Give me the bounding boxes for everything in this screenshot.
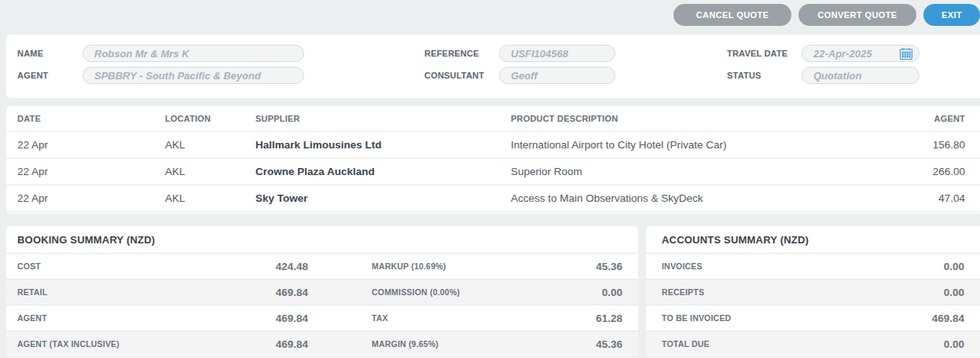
- table-row[interactable]: 22 Apr AKL Sky Tower Access to Main Obse…: [6, 185, 980, 212]
- booking-summary-row: AGENT (TAX INCLUSIVE) 469.84 MARGIN (9.6…: [6, 331, 638, 357]
- travel-date-field[interactable]: 22-Apr-2025: [802, 45, 919, 62]
- reference-value: USFI104568: [511, 48, 568, 60]
- booking-summary-header: BOOKING SUMMARY (NZD): [6, 226, 638, 254]
- table-row[interactable]: 22 Apr AKL Hallmark Limousines Ltd Inter…: [6, 132, 980, 159]
- col-header-location: LOCATION: [165, 114, 255, 123]
- status-label: STATUS: [727, 71, 802, 80]
- itinerary-table: DATE LOCATION SUPPLIER PRODUCT DESCRIPTI…: [6, 106, 980, 214]
- name-field[interactable]: Robson Mr & Mrs K: [83, 45, 304, 62]
- travel-date-label: TRAVEL DATE: [727, 49, 802, 58]
- reference-label: REFERENCE: [424, 49, 499, 58]
- accounts-summary-row: RECEIPTS 0.00: [646, 279, 980, 305]
- booking-summary-title: BOOKING SUMMARY (NZD): [17, 234, 155, 246]
- tax-label: TAX: [308, 313, 505, 323]
- row-date: 22 Apr: [17, 139, 165, 151]
- markup-label: MARKUP (10.69%): [308, 261, 505, 271]
- accounts-summary-row: INVOICES 0.00: [646, 254, 980, 279]
- travel-date-value: 22-Apr-2025: [813, 48, 872, 60]
- row-supplier: Hallmark Limousines Ltd: [255, 139, 511, 151]
- consultant-field[interactable]: Geoff: [499, 67, 615, 84]
- name-value: Robson Mr & Mrs K: [94, 48, 189, 60]
- row-description: International Airport to City Hotel (Pri…: [511, 139, 872, 151]
- to-be-invoiced-value: 469.84: [846, 312, 964, 324]
- retail-label: RETAIL: [17, 287, 198, 297]
- reference-field[interactable]: USFI104568: [499, 45, 615, 62]
- name-label: NAME: [17, 49, 83, 58]
- status-value: Quotation: [813, 70, 861, 82]
- exit-button[interactable]: EXIT: [923, 4, 980, 26]
- accounts-summary-row: TOTAL DUE 0.00: [646, 331, 980, 357]
- row-agent-amount: 266.00: [872, 166, 965, 177]
- col-header-date: DATE: [17, 114, 165, 123]
- row-description: Access to Main Observations & SkyDeck: [511, 192, 872, 204]
- agent-field[interactable]: SPBBRY - South Pacific & Beyond: [83, 67, 304, 84]
- toolbar: CANCEL QUOTE CONVERT QUOTE EXIT: [674, 4, 980, 26]
- booking-summary-row: AGENT 469.84 TAX 61.28: [6, 305, 638, 331]
- consultant-label: CONSULTANT: [424, 71, 499, 80]
- cost-label: COST: [17, 261, 198, 271]
- booking-summary-row: COST 424.48 MARKUP (10.69%) 45.36: [6, 254, 638, 279]
- invoices-label: INVOICES: [662, 261, 846, 271]
- tax-value: 61.28: [505, 312, 622, 324]
- status-field[interactable]: Quotation: [802, 67, 919, 84]
- accounts-summary-panel: ACCOUNTS SUMMARY (NZD) INVOICES 0.00 REC…: [646, 226, 980, 358]
- table-header-row: DATE LOCATION SUPPLIER PRODUCT DESCRIPTI…: [6, 106, 980, 132]
- row-location: AKL: [165, 166, 255, 177]
- total-due-value: 0.00: [846, 338, 964, 350]
- agent-tax-inclusive-value: 469.84: [198, 338, 308, 350]
- row-location: AKL: [165, 139, 255, 151]
- consultant-value: Geoff: [511, 70, 538, 82]
- agent-tax-inclusive-label: AGENT (TAX INCLUSIVE): [17, 339, 198, 349]
- to-be-invoiced-label: TO BE INVOICED: [662, 313, 846, 323]
- invoices-value: 0.00: [846, 261, 964, 272]
- form-row-1: NAME Robson Mr & Mrs K REFERENCE USFI104…: [17, 45, 980, 62]
- receipts-label: RECEIPTS: [662, 287, 846, 297]
- row-supplier: Sky Tower: [255, 192, 511, 204]
- commission-value: 0.00: [505, 287, 622, 298]
- row-agent-amount: 47.04: [872, 192, 965, 204]
- cost-value: 424.48: [198, 261, 308, 272]
- row-description: Superior Room: [511, 166, 872, 177]
- convert-quote-button[interactable]: CONVERT QUOTE: [798, 4, 916, 26]
- receipts-value: 0.00: [846, 287, 964, 298]
- row-date: 22 Apr: [17, 192, 165, 204]
- margin-label: MARGIN (9.65%): [308, 339, 505, 349]
- booking-summary-panel: BOOKING SUMMARY (NZD) COST 424.48 MARKUP…: [6, 226, 638, 358]
- commission-label: COMMISSION (0.00%): [308, 287, 505, 297]
- retail-value: 469.84: [198, 287, 308, 298]
- calendar-icon[interactable]: [900, 48, 912, 60]
- agent-total-value: 469.84: [198, 312, 308, 324]
- accounts-summary-title: ACCOUNTS SUMMARY (NZD): [662, 234, 809, 246]
- accounts-summary-header: ACCOUNTS SUMMARY (NZD): [646, 226, 980, 254]
- row-location: AKL: [165, 192, 255, 204]
- total-due-label: TOTAL DUE: [662, 339, 846, 349]
- booking-summary-row: RETAIL 469.84 COMMISSION (0.00%) 0.00: [6, 279, 638, 305]
- table-row[interactable]: 22 Apr AKL Crowne Plaza Auckland Superio…: [6, 159, 980, 185]
- quote-header-panel: NAME Robson Mr & Mrs K REFERENCE USFI104…: [6, 35, 980, 98]
- col-header-description: PRODUCT DESCRIPTION: [511, 114, 872, 123]
- accounts-summary-row: TO BE INVOICED 469.84: [646, 305, 980, 331]
- row-agent-amount: 156.80: [872, 139, 965, 151]
- col-header-supplier: SUPPLIER: [255, 114, 511, 123]
- row-date: 22 Apr: [17, 166, 165, 177]
- cancel-quote-button[interactable]: CANCEL QUOTE: [674, 4, 791, 26]
- agent-total-label: AGENT: [17, 313, 198, 323]
- col-header-agent: AGENT: [872, 114, 965, 123]
- margin-value: 45.36: [505, 338, 622, 350]
- agent-value: SPBBRY - South Pacific & Beyond: [94, 70, 261, 82]
- form-row-2: AGENT SPBBRY - South Pacific & Beyond CO…: [17, 67, 980, 84]
- markup-value: 45.36: [505, 261, 622, 272]
- row-supplier: Crowne Plaza Auckland: [255, 166, 511, 177]
- agent-label: AGENT: [17, 71, 83, 80]
